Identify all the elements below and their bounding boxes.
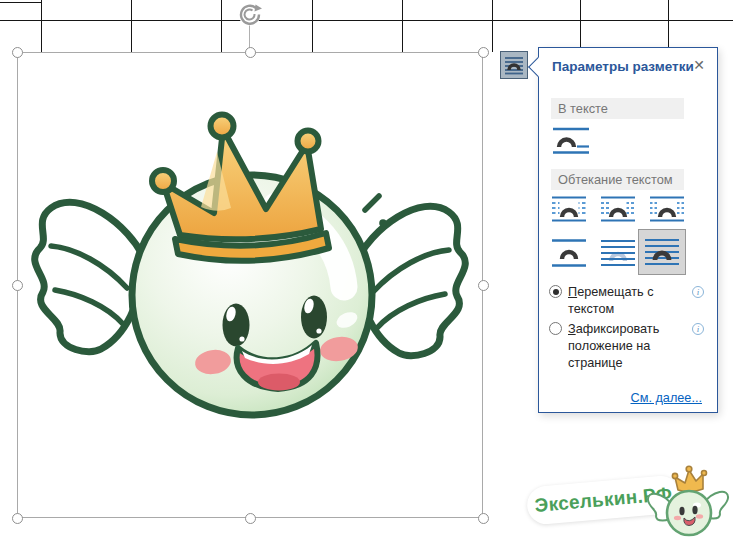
watermark-mascot-icon [643,464,733,546]
panel-title: Параметры разметки [552,59,694,74]
wrap-option-inline-with-text[interactable] [549,122,593,158]
in-front-of-text-icon [504,55,524,75]
grid-col-line [312,0,313,52]
radio-move-with-text-label: Перемещать с текстом [568,284,689,318]
handle-bottom-right[interactable] [478,513,489,524]
handle-top-right[interactable] [478,47,489,58]
handle-mid-right[interactable] [478,280,489,291]
wrap-option-square[interactable] [546,192,592,226]
grid-col-line [580,0,581,47]
through-wrap-icon [648,195,686,223]
left-wing [35,202,145,351]
radio-button-unchecked[interactable] [549,322,562,335]
layout-options-launcher-button[interactable] [500,51,528,79]
in-front-of-text-wrap-icon [643,237,681,267]
wrap-option-tight[interactable] [595,192,641,226]
rotate-handle-icon[interactable] [236,1,263,28]
radio-button-checked[interactable] [549,285,562,298]
close-icon[interactable]: ✕ [693,58,705,72]
grid-col-line [41,0,42,52]
handle-bottom-center[interactable] [245,513,256,524]
wrap-option-in-front-of-text[interactable] [638,229,686,275]
excel-sheet-canvas: Параметры разметки ✕ В тексте Обтекание … [0,0,733,547]
radio-fix-position[interactable]: Зафиксировать положение на странице [549,321,689,372]
layout-options-panel: Параметры разметки ✕ В тексте Обтекание … [538,47,718,413]
crown [152,115,329,261]
wrap-option-through[interactable] [644,192,690,226]
wrap-option-top-and-bottom[interactable] [546,231,592,275]
grid-row-line [0,20,733,21]
wrap-option-behind-text[interactable] [595,231,641,275]
grid-col-line [492,0,493,52]
info-icon-fix-position[interactable]: i [692,323,704,335]
grid-row-line-top [0,2,41,3]
square-wrap-icon [550,195,588,223]
grid-col-line [221,0,222,52]
radio-move-with-text[interactable]: Перемещать с текстом [549,284,689,318]
radio-fix-position-label: Зафиксировать положение на странице [568,321,689,372]
handle-bottom-left[interactable] [12,513,23,524]
top-and-bottom-wrap-icon [550,238,588,268]
section-header-in-text: В тексте [551,98,684,119]
behind-text-wrap-icon [599,238,637,268]
tight-wrap-icon [599,195,637,223]
selected-picture-winged-smiley[interactable] [17,52,483,518]
section-header-text-wrapping: Обтекание текстом [551,169,684,190]
handle-top-left[interactable] [12,47,23,58]
grid-col-line [668,0,669,47]
handle-mid-left[interactable] [12,280,23,291]
inline-with-text-icon [551,125,591,155]
grid-col-line [402,0,403,52]
grid-col-line [131,0,132,52]
handle-top-center[interactable] [245,47,256,58]
info-icon-move-with-text[interactable]: i [692,286,704,298]
see-more-link[interactable]: См. далее... [631,391,703,405]
sparkle-accent [365,196,387,227]
